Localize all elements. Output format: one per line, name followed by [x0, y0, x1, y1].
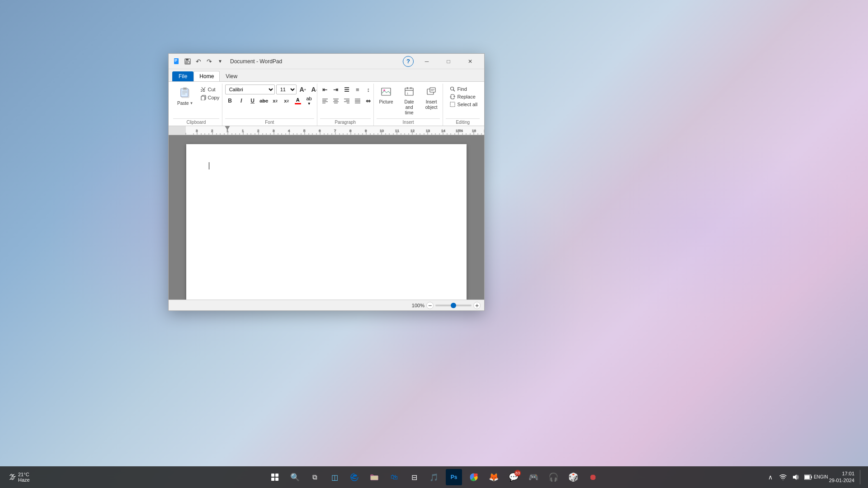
align-right-btn[interactable]	[342, 96, 352, 106]
editing-buttons: Find Replace Select all	[446, 84, 480, 118]
replace-button[interactable]: Replace	[448, 93, 480, 100]
edge-button[interactable]	[345, 468, 363, 486]
whatsapp-button[interactable]: 💬 83	[505, 468, 523, 486]
svg-text:1: 1	[407, 92, 409, 95]
select-all-button[interactable]: Select all	[448, 101, 480, 108]
tab-home[interactable]: Home	[193, 71, 220, 81]
firefox-button[interactable]: 🦊	[485, 468, 503, 486]
zoom-slider[interactable]	[435, 305, 472, 306]
svg-text:7: 7	[334, 129, 336, 133]
firefox-icon: 🦊	[486, 469, 502, 485]
network-icon[interactable]	[778, 473, 788, 482]
save-quick-btn[interactable]	[183, 57, 192, 66]
ribbon-bar: Paste ▼ Cut Copy	[169, 82, 484, 126]
decrease-indent-btn[interactable]: ⇤	[320, 84, 330, 94]
maximize-button[interactable]: □	[438, 54, 459, 69]
italic-button[interactable]: I	[236, 96, 246, 106]
datetime-label: Date andtime	[401, 99, 417, 116]
heroic-button[interactable]: 🎮	[524, 468, 542, 486]
start-button[interactable]	[266, 468, 284, 486]
undo-quick-btn[interactable]: ↶	[194, 57, 203, 66]
subscript-button[interactable]: x2	[270, 96, 280, 106]
zoom-out-button[interactable]: −	[426, 302, 434, 309]
obs-button[interactable]: ⏺	[584, 468, 602, 486]
weather-temp: 21°C	[18, 472, 30, 477]
bullets-btn[interactable]: ☰	[342, 84, 352, 94]
file-explorer-button[interactable]	[365, 468, 383, 486]
tab-view[interactable]: View	[220, 71, 243, 81]
superscript-button[interactable]: x2	[282, 96, 292, 106]
svg-rect-148	[271, 474, 274, 477]
align-left-btn[interactable]	[320, 96, 330, 106]
underline-button[interactable]: U	[248, 96, 258, 106]
volume-icon[interactable]	[791, 473, 800, 482]
font-family-select[interactable]: Calibri	[225, 84, 275, 94]
align-center-btn[interactable]	[331, 96, 341, 106]
svg-line-45	[453, 90, 455, 92]
notification-chevron[interactable]: ∧	[766, 473, 775, 482]
bold-button[interactable]: B	[225, 96, 235, 106]
insert-object-button[interactable]: Insertobject	[423, 84, 440, 112]
zoom-in-button[interactable]: +	[473, 302, 481, 309]
numbering-btn[interactable]: ≡	[353, 84, 363, 94]
replace-label: Replace	[457, 94, 475, 99]
task-view-button[interactable]: ⧉	[306, 468, 324, 486]
customize-quick-access-btn[interactable]: ▼	[216, 57, 225, 66]
cut-label: Cut	[208, 87, 216, 92]
search-button[interactable]: 🔍	[286, 468, 304, 486]
ruler-svg: 3 2 1 1 2	[169, 126, 484, 135]
chrome-icon	[466, 469, 482, 485]
copy-button[interactable]: Copy	[198, 94, 222, 101]
svg-rect-2	[175, 60, 177, 61]
svg-point-44	[451, 87, 454, 90]
clipboard-label: Clipboard	[173, 118, 219, 126]
show-desktop-button[interactable]	[860, 470, 863, 484]
chrome-button[interactable]	[465, 468, 483, 486]
store-button[interactable]: 🛍	[385, 468, 403, 486]
picture-icon	[381, 86, 392, 99]
paste-icon	[179, 86, 192, 101]
titlebar: ↶ ↷ ▼ Document - WordPad ? ─ □ ✕	[169, 54, 484, 69]
paste-button[interactable]: Paste ▼	[173, 84, 198, 107]
language-indicator[interactable]: ENG IN	[816, 473, 826, 482]
insert-object-label: Insertobject	[425, 99, 438, 110]
paragraph-group: ⇤ ⇥ ☰ ≡ ↕	[317, 84, 374, 126]
minimize-button[interactable]: ─	[416, 54, 437, 69]
document-area[interactable]	[169, 135, 484, 300]
editing-label: Editing	[446, 118, 480, 126]
taskbar-left: 🌫 21°C Haze	[5, 472, 33, 483]
increase-indent-btn[interactable]: ⇥	[331, 84, 341, 94]
steam-button[interactable]: 🎲	[564, 468, 582, 486]
highlight-button[interactable]: ab ▼	[304, 96, 314, 106]
svg-text:14: 14	[441, 129, 445, 133]
datetime-button[interactable]: 1 Date andtime	[397, 84, 420, 117]
strikethrough-button[interactable]: abc	[259, 96, 269, 106]
redo-quick-btn[interactable]: ↷	[205, 57, 214, 66]
store-icon: 🛍	[386, 469, 402, 485]
close-button[interactable]: ✕	[460, 54, 481, 69]
svg-rect-3	[175, 61, 176, 61]
font-size-select[interactable]: 11	[276, 84, 297, 94]
find-button[interactable]: Find	[448, 85, 480, 93]
widgets-button[interactable]: ◫	[326, 468, 344, 486]
cut-button[interactable]: Cut	[198, 85, 222, 94]
picture-button[interactable]: Picture	[377, 84, 396, 107]
weather-widget[interactable]: 🌫 21°C Haze	[5, 472, 33, 483]
tab-file[interactable]: File	[172, 71, 193, 81]
document-page[interactable]	[186, 144, 467, 300]
help-button[interactable]: ?	[403, 56, 414, 67]
system-clock[interactable]: 17:01 29-01-2024	[829, 470, 854, 484]
justify-btn[interactable]	[353, 96, 363, 106]
grow-font-btn[interactable]: A+	[298, 84, 308, 94]
terminal-icon: ⊟	[406, 469, 422, 485]
font-color-button[interactable]: A	[293, 96, 303, 106]
ltr-rtl-btn[interactable]: ⇔	[363, 96, 373, 106]
daw-button[interactable]: 🎵	[425, 468, 443, 486]
discord-icon: 🎧	[545, 469, 561, 485]
terminal-button[interactable]: ⊟	[405, 468, 423, 486]
photoshop-button[interactable]: Ps	[445, 468, 463, 486]
svg-text:10: 10	[380, 129, 384, 133]
battery-icon[interactable]	[804, 473, 813, 482]
line-spacing-btn[interactable]: ↕	[363, 84, 373, 94]
discord-button[interactable]: 🎧	[544, 468, 562, 486]
